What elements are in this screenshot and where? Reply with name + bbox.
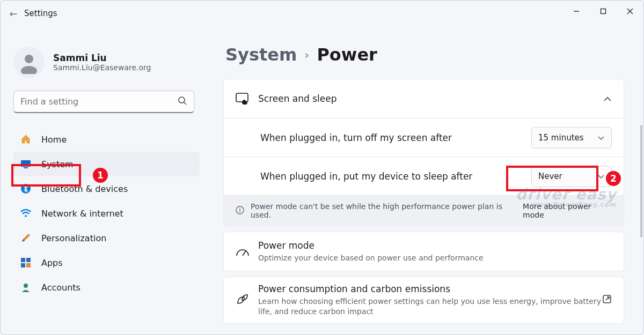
profile[interactable]: Sammi Liu Sammi.Liu@Easeware.org	[1, 32, 207, 90]
nav-label: Home	[41, 135, 67, 145]
back-button[interactable]: ←	[3, 8, 24, 19]
chevron-up-icon	[603, 94, 612, 104]
nav-label: System	[41, 159, 74, 169]
svg-rect-13	[26, 258, 31, 262]
nav-personalization[interactable]: Personalization	[13, 226, 200, 250]
svg-point-11	[25, 215, 27, 217]
avatar	[13, 47, 45, 78]
sleep-row: When plugged in, put my device to sleep …	[224, 157, 624, 195]
screen-sleep-icon	[236, 93, 258, 105]
svg-point-6	[179, 97, 185, 103]
apps-icon	[20, 258, 32, 267]
nav-accounts[interactable]: Accounts	[13, 275, 200, 300]
svg-rect-15	[26, 263, 31, 267]
carbon-row[interactable]: Power consumption and carbon emissions L…	[224, 277, 624, 323]
annotation-badge-1: 1	[93, 168, 108, 183]
screen-off-select[interactable]: 15 minutes	[531, 127, 612, 148]
more-power-link[interactable]: More about power mode	[523, 202, 612, 219]
power-mode-sub: Optimize your device based on power use …	[258, 253, 612, 263]
chevron-down-icon	[597, 133, 605, 143]
chevron-right-icon: ›	[304, 48, 309, 62]
external-link-icon[interactable]	[602, 294, 612, 306]
carbon-title: Power consumption and carbon emissions	[258, 284, 602, 294]
search-input[interactable]	[20, 96, 178, 107]
nav-network[interactable]: Network & internet	[13, 201, 200, 226]
power-mode-row[interactable]: Power mode Optimize your device based on…	[224, 232, 624, 271]
user-icon	[20, 282, 32, 292]
annotation-badge-2: 2	[606, 171, 621, 186]
screen-sleep-header[interactable]: Screen and sleep	[224, 79, 624, 118]
screen-off-row: When plugged in, turn off my screen afte…	[224, 118, 624, 157]
maximize-button[interactable]	[590, 1, 617, 22]
screen-off-label: When plugged in, turn off my screen afte…	[260, 132, 531, 143]
info-text: Power mode can't be set while the high p…	[251, 202, 516, 219]
breadcrumb: System › Power	[225, 44, 624, 65]
nav-label: Bluetooth & devices	[41, 184, 128, 194]
minimize-button[interactable]	[563, 1, 590, 22]
nav-home[interactable]: Home	[13, 127, 200, 152]
sleep-select[interactable]: Never	[531, 166, 612, 187]
nav-label: Apps	[41, 258, 63, 268]
svg-rect-9	[24, 167, 28, 168]
svg-line-7	[184, 102, 186, 105]
info-strip: Power mode can't be set while the high p…	[223, 196, 624, 226]
chevron-down-icon	[597, 172, 605, 181]
nav-apps[interactable]: Apps	[13, 250, 200, 275]
system-icon	[20, 160, 32, 168]
svg-rect-20	[239, 210, 240, 212]
bluetooth-icon	[20, 184, 32, 193]
nav-label: Personalization	[41, 233, 106, 243]
sleep-label: When plugged in, put my device to sleep …	[260, 171, 531, 182]
power-mode-title: Power mode	[258, 240, 612, 251]
close-button[interactable]	[617, 1, 643, 22]
svg-rect-1	[601, 9, 606, 14]
brush-icon	[20, 233, 32, 243]
gauge-icon	[236, 246, 258, 257]
svg-point-16	[24, 284, 28, 288]
sleep-value: Never	[538, 172, 562, 181]
wifi-icon	[20, 209, 32, 218]
nav-label: Accounts	[41, 282, 80, 293]
svg-rect-12	[21, 258, 25, 262]
svg-point-5	[21, 66, 37, 74]
svg-point-19	[239, 208, 240, 209]
svg-rect-14	[21, 263, 25, 267]
carbon-sub: Learn how choosing efficient power setti…	[258, 296, 602, 317]
screen-off-value: 15 minutes	[538, 133, 584, 143]
svg-point-4	[25, 55, 33, 63]
svg-rect-17	[236, 93, 248, 102]
window-title: Settings	[24, 9, 57, 18]
profile-name: Sammi Liu	[53, 53, 151, 63]
breadcrumb-current: Power	[317, 44, 377, 65]
search-box[interactable]	[13, 91, 194, 113]
scrollbar[interactable]	[640, 125, 642, 237]
svg-line-21	[243, 251, 246, 256]
svg-rect-8	[21, 160, 31, 167]
info-icon	[236, 206, 244, 216]
nav-label: Network & internet	[41, 209, 123, 219]
screen-sleep-label: Screen and sleep	[258, 93, 603, 104]
home-icon	[20, 134, 32, 145]
nav-bluetooth[interactable]: Bluetooth & devices	[13, 176, 200, 201]
profile-email: Sammi.Liu@Easeware.org	[53, 63, 151, 72]
search-icon	[178, 96, 187, 108]
breadcrumb-parent[interactable]: System	[225, 44, 297, 65]
leaf-icon	[236, 294, 258, 307]
